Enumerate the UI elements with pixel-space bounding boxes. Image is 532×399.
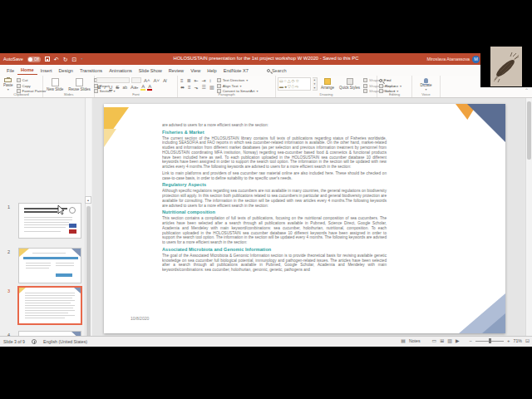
slide-canvas[interactable]: are advised to users for a more efficien… — [104, 104, 505, 333]
font-size-box[interactable] — [131, 77, 141, 83]
align-text-button[interactable]: Align Text▾ — [217, 84, 259, 88]
shape-fill-icon — [363, 78, 367, 82]
reading-view-icon[interactable]: ▥ — [447, 338, 452, 343]
align-right-icon[interactable]: ⬎ — [194, 85, 200, 90]
slideshow-view-icon[interactable]: ▶ — [456, 338, 460, 343]
group-slides: New Slide Reuse Slides Layout▾ Reset Sec… — [43, 76, 95, 97]
quick-styles-icon — [347, 78, 353, 85]
dictate-button[interactable]: Dictate ▾ — [418, 77, 433, 91]
accessibility-icon[interactable] — [32, 339, 37, 344]
clear-formatting-icon[interactable]: A̸ — [162, 78, 167, 83]
tab-view[interactable]: View — [187, 66, 204, 75]
new-slide-button[interactable]: New Slide — [45, 77, 65, 91]
strikethrough-button[interactable]: S — [115, 85, 120, 90]
tab-file[interactable]: File — [3, 66, 17, 75]
justify-icon[interactable]: ☰ — [201, 85, 207, 90]
change-case-icon[interactable]: Aa▾ — [130, 85, 139, 90]
cut-button[interactable]: Cut — [17, 78, 47, 82]
italic-button[interactable]: I — [103, 85, 106, 90]
group-paragraph: ≡ ≣ ⇤ ⇥ ↕ ⬌ ≡ ⬎ ☰ ▥ Text Direction▾ Alig… — [178, 76, 276, 97]
status-bar: Slide 3 of 9 English (United States) ▤ N… — [0, 336, 532, 347]
paste-icon — [4, 78, 12, 82]
slide-thumbnail-3-selected[interactable] — [17, 286, 82, 325]
tab-help[interactable]: Help — [204, 66, 220, 75]
zoom-in-icon[interactable]: + — [507, 338, 510, 343]
decoration-triangle-topleft-2 — [104, 129, 116, 147]
language-indicator[interactable]: English (United States) — [43, 339, 87, 344]
slide-thumbnail-1[interactable] — [18, 203, 81, 239]
editor-scrollbar-thumb[interactable] — [527, 101, 531, 160]
tab-review[interactable]: Review — [165, 66, 187, 75]
align-left-icon[interactable]: ⬌ — [180, 85, 185, 90]
paste-button[interactable]: Paste ▾ — [2, 77, 15, 91]
text-direction-icon — [217, 78, 221, 82]
slide-date: 10/8/2020 — [131, 316, 149, 321]
fit-to-window-icon[interactable]: ⊡ — [525, 338, 530, 343]
replace-button[interactable]: Replace▾ — [379, 84, 401, 88]
shrink-font-icon[interactable]: A˅ — [153, 78, 161, 83]
tab-animations[interactable]: Animations — [106, 66, 135, 75]
increase-indent-icon[interactable]: ⇥ — [201, 78, 207, 83]
quick-styles-button[interactable]: Quick Styles — [337, 77, 362, 91]
bold-button[interactable]: B — [96, 85, 101, 90]
zoom-level[interactable]: 71% — [514, 338, 522, 343]
underline-button[interactable]: U — [108, 85, 113, 90]
zoom-slider-thumb[interactable] — [489, 338, 491, 343]
bottom-black-bar — [0, 347, 532, 399]
slide-body-text[interactable]: are advised to users for a more efficien… — [162, 122, 387, 273]
font-name-box[interactable] — [96, 77, 130, 83]
top-black-bar — [0, 0, 532, 53]
tab-endnote[interactable]: EndNote X7 — [220, 66, 252, 75]
notes-toggle[interactable]: Notes — [409, 338, 421, 343]
line-spacing-icon[interactable]: ↕ — [209, 78, 213, 83]
thumb-number-3: 3 — [7, 288, 10, 293]
align-center-icon[interactable]: ≡ — [187, 85, 192, 90]
thumb-number-2: 2 — [7, 249, 10, 254]
thumbnail-scrollbar-thumb[interactable] — [86, 206, 91, 336]
section-paragraph: Link to main platforms and providers of … — [162, 170, 387, 180]
reuse-slides-button[interactable]: Reuse Slides — [66, 77, 92, 91]
tab-design[interactable]: Design — [56, 66, 76, 75]
webcam-overlay — [480, 29, 532, 87]
account-area[interactable]: Miroslava Atanassova M — [426, 53, 480, 65]
slide-thumbnail-2[interactable] — [18, 248, 81, 283]
shapes-gallery[interactable]: ▭○△◇☆▬●▽⬯⇨ — [278, 77, 311, 91]
align-text-icon — [217, 84, 221, 88]
decrease-indent-icon[interactable]: ⇤ — [194, 78, 200, 83]
section-paragraph: This section contains a compilation of f… — [162, 216, 387, 245]
tab-transitions[interactable]: Transitions — [76, 66, 106, 75]
reuse-slides-icon — [76, 78, 83, 86]
dictate-mic-icon — [424, 78, 428, 83]
section-heading-microbiota: Associated Microbiota and Genomic Inform… — [162, 247, 387, 253]
group-label-voice: Voice — [412, 92, 440, 96]
group-drawing: ▭○△◇☆▬●▽⬯⇨ ▴▾⯆ Arrange Quick Styles Shap… — [276, 76, 377, 97]
text-direction-button[interactable]: Text Direction▾ — [217, 78, 259, 82]
font-color-icon[interactable]: A — [147, 84, 152, 91]
numbering-icon[interactable]: ≣ — [186, 78, 192, 83]
account-avatar[interactable]: M — [472, 56, 480, 63]
thumbnail-scroll-up-icon[interactable]: ▴ — [85, 196, 91, 204]
arrange-button[interactable]: Arrange — [319, 77, 336, 91]
tab-slide-show[interactable]: Slide Show — [135, 66, 165, 75]
search-label: Search — [272, 68, 287, 73]
slide-sorter-view-icon[interactable]: ⊞ — [440, 338, 444, 343]
character-spacing-icon[interactable]: ab — [121, 86, 128, 90]
grow-font-icon[interactable]: A˄ — [143, 78, 151, 83]
copy-icon — [17, 84, 21, 88]
zoom-out-icon[interactable]: − — [470, 338, 473, 343]
search-box[interactable]: Search — [267, 68, 287, 73]
sea-cucumber-photo — [490, 47, 522, 86]
collapse-ribbon-chevron-icon[interactable]: ⌃ — [525, 87, 529, 93]
shapes-gallery-scroll[interactable]: ▴▾⯆ — [313, 77, 318, 91]
columns-icon[interactable]: ▥ — [209, 85, 215, 90]
tab-home[interactable]: Home — [17, 66, 37, 75]
tab-insert[interactable]: Insert — [37, 66, 56, 75]
ribbon: Paste ▾ Cut Copy Format Painter Clipboar… — [0, 76, 532, 98]
zoom-slider[interactable] — [475, 341, 504, 342]
find-button[interactable]: Find — [379, 78, 401, 82]
normal-view-icon[interactable]: ▭ — [432, 338, 437, 343]
group-label-paragraph: Paragraph — [178, 92, 275, 96]
bullets-icon[interactable]: ≡ — [180, 78, 185, 83]
text-highlight-icon[interactable]: A — [140, 84, 145, 91]
copy-button[interactable]: Copy — [17, 84, 47, 88]
